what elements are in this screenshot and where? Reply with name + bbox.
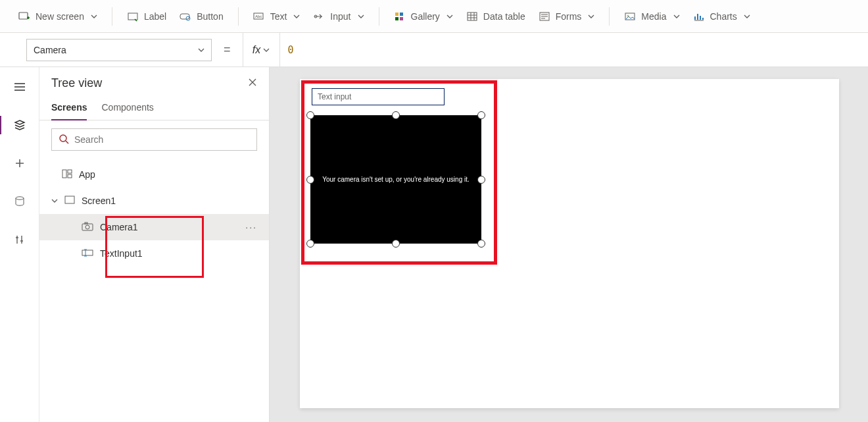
- datatable-button[interactable]: Data table: [460, 7, 532, 26]
- svg-rect-1: [128, 13, 137, 20]
- svg-point-16: [60, 135, 66, 142]
- canvas-textinput[interactable]: Text input: [312, 88, 445, 105]
- tools-rail-button[interactable]: [7, 228, 33, 251]
- separator: [609, 7, 610, 26]
- media-dd-label: Media: [641, 11, 666, 22]
- property-label: Camera: [34, 45, 66, 55]
- text-dd-label: Text: [270, 11, 287, 22]
- forms-icon: [539, 11, 550, 22]
- search-icon: [59, 134, 69, 146]
- left-rail: [0, 67, 39, 422]
- forms-dd-label: Forms: [556, 11, 582, 22]
- formula-input[interactable]: 0: [280, 44, 868, 56]
- svg-rect-10: [400, 17, 403, 20]
- selection-handle[interactable]: [477, 111, 485, 119]
- selection-handle[interactable]: [392, 111, 400, 119]
- media-icon: [624, 11, 636, 22]
- label-icon: [127, 11, 139, 22]
- tree-label-textinput1: TextInput1: [100, 248, 143, 259]
- charts-icon: [693, 11, 705, 22]
- selection-handle[interactable]: [306, 176, 314, 184]
- canvas-textinput-value: Text input: [318, 92, 351, 101]
- hamburger-button[interactable]: [7, 75, 33, 99]
- media-dd-button[interactable]: Media: [617, 7, 686, 26]
- selection-handle[interactable]: [477, 176, 485, 184]
- chevron-down-icon: [744, 11, 750, 22]
- insert-rail-button[interactable]: [7, 151, 33, 175]
- datatable-label: Data table: [483, 11, 525, 22]
- screen-canvas[interactable]: Text input Your camera isn't set up, or …: [300, 79, 839, 408]
- input-icon: [313, 11, 325, 22]
- tree-row-screen1[interactable]: Screen1: [39, 188, 269, 214]
- svg-rect-17: [62, 170, 66, 178]
- label-btn-label: Label: [144, 11, 166, 22]
- ribbon-toolbar: New screen Label Button Abc Text: [0, 0, 868, 33]
- button-icon: [180, 11, 191, 22]
- equals-label: =: [218, 43, 236, 57]
- treeview-rail-button[interactable]: [7, 113, 33, 137]
- fx-label-text: fx: [253, 44, 260, 56]
- label-button[interactable]: Label: [120, 7, 173, 26]
- chevron-down-icon: [51, 196, 58, 206]
- canvas-camera-msg: Your camera isn't set up, or you're alre…: [322, 176, 470, 183]
- tree-label-app: App: [79, 169, 95, 180]
- forms-dd-button[interactable]: Forms: [532, 7, 602, 26]
- gallery-dd-label: Gallery: [411, 11, 440, 22]
- svg-point-15: [16, 197, 24, 199]
- canvas-area: Text input Your camera isn't set up, or …: [270, 67, 868, 422]
- chevron-down-icon: [263, 44, 270, 56]
- formula-bar: Camera = fx 0: [0, 33, 868, 67]
- chevron-down-icon: [673, 11, 680, 22]
- hamburger-icon: [14, 82, 26, 92]
- screen-plus-icon: [18, 11, 30, 22]
- selection-handle[interactable]: [392, 240, 400, 248]
- svg-rect-19: [68, 174, 72, 178]
- selection-handle[interactable]: [306, 111, 314, 119]
- tree-row-camera1[interactable]: Camera1 ···: [39, 214, 269, 240]
- separator: [112, 7, 112, 26]
- main-area: Tree view Screens Components App: [0, 67, 868, 422]
- data-rail-button[interactable]: [7, 190, 33, 213]
- tab-screens[interactable]: Screens: [51, 98, 87, 120]
- database-icon: [14, 196, 26, 207]
- tree-search-box[interactable]: [51, 128, 257, 151]
- datatable-icon: [466, 11, 478, 22]
- selection-handle[interactable]: [477, 240, 485, 248]
- input-dd-button[interactable]: Input: [306, 7, 370, 26]
- tree-row-app[interactable]: App: [39, 161, 269, 188]
- tab-components[interactable]: Components: [101, 98, 153, 120]
- tree-label-camera1: Camera1: [100, 222, 138, 232]
- charts-dd-button[interactable]: Charts: [687, 7, 757, 26]
- gallery-dd-button[interactable]: Gallery: [387, 7, 460, 26]
- camera-icon: [82, 222, 93, 233]
- svg-rect-9: [395, 17, 398, 20]
- new-screen-button[interactable]: New screen: [12, 7, 104, 26]
- property-dropdown[interactable]: Camera: [26, 39, 212, 61]
- tree-search-input[interactable]: [74, 134, 250, 145]
- tools-icon: [14, 234, 26, 246]
- tree-row-textinput1[interactable]: TextInput1: [39, 240, 269, 267]
- tree-view-title: Tree view: [51, 76, 102, 90]
- chevron-down-icon: [91, 11, 97, 22]
- selection-handle[interactable]: [306, 240, 314, 248]
- svg-point-22: [85, 225, 89, 229]
- canvas-camera[interactable]: Your camera isn't set up, or you're alre…: [310, 115, 481, 244]
- text-dd-button[interactable]: Abc Text: [247, 7, 307, 26]
- close-icon: [248, 78, 257, 87]
- input-dd-label: Input: [330, 11, 350, 22]
- tree-list: App Screen1 Camera1 ··· TextInput1: [39, 159, 269, 269]
- more-button[interactable]: ···: [245, 222, 257, 232]
- separator: [379, 7, 379, 26]
- chevron-down-icon: [293, 11, 300, 22]
- svg-rect-8: [400, 13, 403, 16]
- tree-label-screen1: Screen1: [82, 196, 116, 206]
- text-icon: Abc: [253, 11, 265, 22]
- button-button[interactable]: Button: [173, 7, 229, 26]
- textinput-icon: [82, 248, 93, 259]
- app-icon: [62, 169, 72, 180]
- svg-rect-11: [468, 13, 477, 20]
- fx-button[interactable]: fx: [243, 33, 280, 66]
- chevron-down-icon: [588, 11, 594, 22]
- close-tree-button[interactable]: [248, 78, 257, 89]
- svg-point-3: [186, 16, 190, 20]
